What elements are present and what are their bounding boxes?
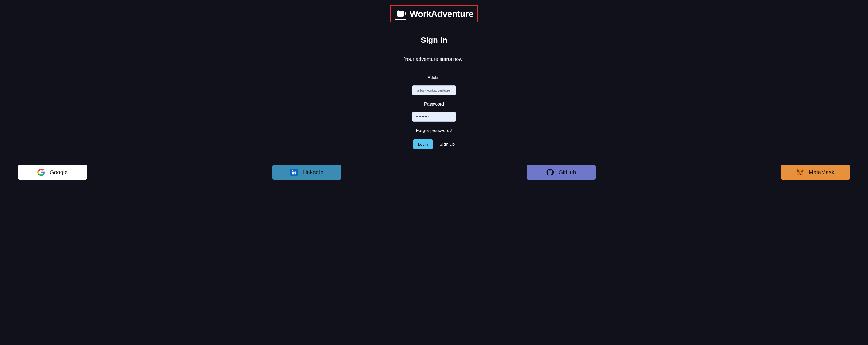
signup-link[interactable]: Sign up: [440, 142, 455, 147]
social-login-row: Google LinkedIn GitHub: [0, 165, 868, 180]
metamask-login-button[interactable]: MetaMask: [781, 165, 850, 180]
github-label: GitHub: [559, 169, 576, 175]
linkedin-login-button[interactable]: LinkedIn: [272, 165, 341, 180]
brand-logo: ༄ WorkAdventure: [391, 5, 477, 22]
forgot-password-link[interactable]: Forgot password?: [416, 128, 452, 133]
page-title: Sign in: [421, 36, 447, 44]
brand-name: WorkAdventure: [409, 9, 473, 19]
page-subtitle: Your adventure starts now!: [404, 56, 464, 62]
coffee-mug-icon: ༄: [395, 8, 406, 20]
password-label: Password: [424, 102, 444, 107]
linkedin-label: LinkedIn: [303, 169, 323, 175]
google-login-button[interactable]: Google: [18, 165, 87, 180]
metamask-icon: [797, 169, 804, 176]
google-icon: [37, 169, 45, 176]
github-login-button[interactable]: GitHub: [527, 165, 596, 180]
login-button[interactable]: Login: [413, 139, 433, 149]
password-input[interactable]: [412, 112, 456, 122]
google-label: Google: [50, 169, 68, 175]
linkedin-icon: [290, 169, 298, 176]
github-icon: [546, 169, 554, 176]
email-label: E-Mail: [428, 75, 440, 81]
email-input[interactable]: [412, 85, 456, 95]
metamask-label: MetaMask: [809, 169, 835, 175]
